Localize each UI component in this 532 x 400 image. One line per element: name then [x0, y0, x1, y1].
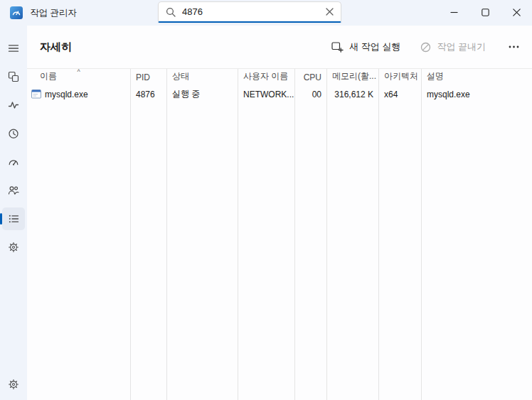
row-name-cell[interactable]: mysqld.exe — [27, 86, 130, 102]
settings-gear-icon — [8, 379, 19, 390]
new-task-icon — [331, 41, 344, 53]
app-title: 작업 관리자 — [30, 7, 77, 19]
sidebar-item-services[interactable] — [2, 236, 25, 259]
more-options-icon — [509, 45, 519, 48]
column-user: 사용자 이름 NETWORK... — [238, 69, 295, 400]
titlebar-left: 작업 관리자 — [0, 6, 77, 19]
users-icon — [8, 185, 19, 196]
row-user-cell[interactable]: NETWORK... — [238, 86, 294, 102]
column-description: 설명 mysqld.exe — [422, 69, 532, 400]
task-manager-app-icon — [10, 6, 23, 19]
column-architecture: 아키텍처 x64 — [379, 69, 422, 400]
hamburger-menu-button[interactable] — [2, 37, 25, 60]
column-name: ^ 이름 mysqld.exe — [27, 69, 131, 400]
column-header-memory[interactable]: 메모리(활... — [327, 69, 378, 86]
hamburger-menu-icon — [8, 43, 19, 54]
sidebar-item-processes[interactable] — [2, 65, 25, 88]
toolbar-actions: 새 작업 실행 작업 끝내기 — [324, 36, 523, 58]
minimize-button[interactable] — [438, 0, 469, 24]
sidebar-item-startup-apps[interactable] — [2, 151, 25, 173]
app-body: 자세히 새 작업 실행 — [0, 26, 532, 400]
row-status-cell[interactable]: 실행 중 — [167, 86, 238, 102]
column-header-status[interactable]: 상태 — [167, 69, 238, 86]
column-cpu: CPU 00 — [295, 69, 327, 400]
column-header-architecture[interactable]: 아키텍처 — [379, 69, 421, 86]
row-cpu-cell[interactable]: 00 — [295, 86, 326, 102]
row-description-cell[interactable]: mysqld.exe — [422, 86, 532, 102]
app-history-icon — [8, 128, 19, 139]
row-memory-cell[interactable]: 316,612 K — [327, 86, 378, 102]
close-button[interactable] — [501, 0, 532, 24]
details-table: ^ 이름 mysqld.exe — [27, 68, 532, 400]
column-header-user[interactable]: 사용자 이름 — [238, 69, 294, 86]
services-icon — [8, 242, 19, 253]
maximize-button[interactable] — [469, 0, 501, 24]
main-panel: 자세히 새 작업 실행 — [27, 26, 532, 400]
sort-ascending-icon: ^ — [77, 69, 80, 75]
column-pid: PID 4876 — [131, 69, 167, 400]
column-header-name[interactable]: ^ 이름 — [27, 69, 130, 86]
task-manager-window: 작업 관리자 — [0, 0, 532, 400]
performance-icon — [8, 99, 19, 111]
startup-apps-icon — [8, 156, 19, 168]
column-header-description[interactable]: 설명 — [422, 69, 532, 86]
end-task-prohibited-icon — [420, 42, 431, 53]
details-icon — [8, 213, 19, 225]
sidebar-item-details[interactable] — [2, 207, 25, 230]
clear-search-icon[interactable] — [326, 8, 334, 16]
sidebar-item-performance[interactable] — [2, 94, 25, 117]
search-icon — [166, 7, 176, 17]
column-header-cpu[interactable]: CPU — [295, 69, 326, 86]
run-new-task-button[interactable]: 새 작업 실행 — [324, 36, 408, 58]
titlebar: 작업 관리자 — [0, 0, 532, 26]
processes-icon — [8, 71, 19, 82]
end-task-button[interactable]: 작업 끝내기 — [413, 36, 493, 58]
exe-file-icon — [31, 90, 41, 99]
row-pid-cell[interactable]: 4876 — [131, 86, 166, 102]
page-title: 자세히 — [40, 40, 72, 54]
more-options-button[interactable] — [504, 41, 523, 53]
search-input[interactable] — [182, 6, 319, 17]
row-architecture-cell[interactable]: x64 — [379, 86, 421, 102]
sidebar-item-app-history[interactable] — [2, 122, 25, 145]
sidebar-item-users[interactable] — [2, 179, 25, 202]
column-memory: 메모리(활... 316,612 K — [327, 69, 379, 400]
column-header-pid[interactable]: PID — [131, 69, 166, 86]
window-controls — [438, 0, 532, 24]
search-box[interactable] — [158, 1, 341, 23]
settings-button[interactable] — [2, 373, 25, 396]
sidebar — [0, 26, 27, 400]
column-status: 상태 실행 중 — [167, 69, 238, 400]
toolbar: 자세히 새 작업 실행 — [27, 26, 532, 68]
